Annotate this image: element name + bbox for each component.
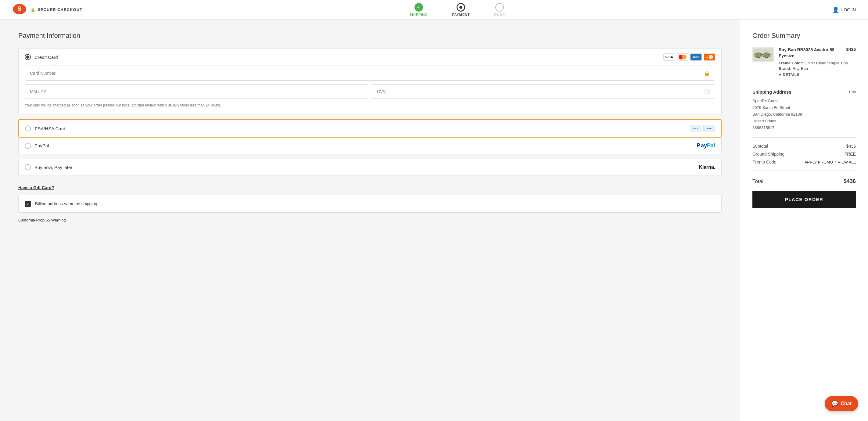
discover-icon: D bbox=[704, 53, 715, 61]
promo-links: APPLY PROMO / VIEW ALL bbox=[805, 160, 856, 164]
product-image bbox=[752, 47, 774, 62]
grand-total-row: Total $436 bbox=[752, 177, 856, 185]
credit-card-icons: VISA AMEX D bbox=[663, 53, 715, 61]
shipping-value: FREE bbox=[844, 152, 856, 156]
apply-promo-link[interactable]: APPLY PROMO bbox=[805, 160, 833, 164]
header: S 🔒 SECURE CHECKOUT ✓ SHIPPING PAYMENT D… bbox=[0, 0, 868, 20]
billing-checkbox-row[interactable]: Billing address same as shipping bbox=[18, 195, 722, 213]
secure-checkout-label: 🔒 SECURE CHECKOUT bbox=[31, 7, 82, 12]
chat-button[interactable]: 💬 Chat bbox=[825, 396, 858, 411]
chevron-down-icon: ∨ bbox=[779, 72, 782, 77]
promo-slash: / bbox=[835, 160, 836, 164]
credit-card-radio[interactable] bbox=[25, 54, 31, 60]
product-brand: Brand: Ray-Ban bbox=[779, 66, 856, 71]
main-container: Payment Information Credit Card VISA bbox=[0, 20, 868, 421]
expiry-input[interactable] bbox=[25, 84, 368, 99]
promo-row: Promo Code APPLY PROMO / VIEW ALL bbox=[752, 159, 856, 164]
view-all-link[interactable]: VIEW ALL bbox=[838, 160, 856, 164]
details-toggle-label: DETAILS bbox=[783, 72, 800, 77]
svg-text:D: D bbox=[706, 56, 708, 58]
fsa-icon: FSA bbox=[690, 125, 702, 132]
total-label: Total bbox=[752, 178, 764, 185]
payment-section-title: Payment Information bbox=[18, 32, 722, 40]
expiry-field[interactable] bbox=[30, 89, 363, 94]
step-payment-label: PAYMENT bbox=[452, 13, 470, 17]
step-shipping-circle: ✓ bbox=[414, 3, 423, 11]
paypal-label: PayPal bbox=[34, 143, 49, 148]
address-line-2: 5076 Santa Fe Street bbox=[752, 104, 856, 111]
visa-icon: VISA bbox=[663, 53, 675, 61]
amex-icon: AMEX bbox=[690, 53, 702, 61]
step-line-2 bbox=[470, 7, 494, 7]
subtotal-label: Subtotal bbox=[752, 144, 768, 149]
edit-address-link[interactable]: Edit bbox=[849, 90, 856, 94]
checkout-steps: ✓ SHIPPING PAYMENT DONE bbox=[410, 3, 505, 17]
card-number-field[interactable] bbox=[30, 71, 704, 76]
right-panel: Order Summary bbox=[740, 20, 868, 421]
left-panel: Payment Information Credit Card VISA bbox=[0, 20, 740, 421]
svg-point-10 bbox=[764, 53, 770, 57]
chat-label: Chat bbox=[841, 401, 851, 407]
order-totals: Subtotal $436 Ground Shipping FREE Promo… bbox=[752, 144, 856, 164]
klarna-option-row[interactable]: Buy now, Pay later Klarna. bbox=[19, 159, 721, 175]
svg-point-3 bbox=[682, 55, 686, 59]
step-shipping: ✓ SHIPPING bbox=[410, 3, 428, 17]
credit-card-option[interactable]: Credit Card VISA AMEX D bbox=[18, 48, 722, 114]
mastercard-icon bbox=[677, 53, 688, 61]
product-info: Ray-Ban RB3025 Aviator 58 Eyesize $436 F… bbox=[779, 47, 856, 77]
step-payment-circle bbox=[457, 3, 465, 11]
order-summary-title: Order Summary bbox=[752, 32, 856, 40]
credit-card-label: Credit Card bbox=[34, 55, 58, 60]
address-line-5: 8888315817 bbox=[752, 124, 856, 131]
paypal-left: PayPal bbox=[25, 143, 49, 149]
address-line-4: United States bbox=[752, 118, 856, 124]
credit-card-option-row[interactable]: Credit Card VISA AMEX D bbox=[19, 49, 721, 66]
address-line-1: SportRx Guest bbox=[752, 98, 856, 104]
order-item: Ray-Ban RB3025 Aviator 58 Eyesize $436 F… bbox=[752, 47, 856, 77]
fsa-hsa-label: FSA/HSA Card bbox=[35, 126, 65, 131]
billing-checkbox[interactable] bbox=[25, 201, 31, 207]
brand-label: Brand: bbox=[779, 66, 792, 71]
lock-icon: 🔒 bbox=[31, 7, 36, 12]
prop65-link[interactable]: California Prop 65 Warning bbox=[18, 218, 66, 222]
fsa-hsa-option-wrapper[interactable]: FSA/HSA Card FSA HSA bbox=[18, 119, 722, 138]
svg-text:S: S bbox=[18, 5, 21, 12]
klarna-left: Buy now, Pay later bbox=[25, 164, 72, 170]
credit-card-left: Credit Card bbox=[25, 54, 58, 60]
shipping-address-title: Shipping Address bbox=[752, 89, 792, 95]
frame-color-label: Frame Color: bbox=[779, 61, 803, 65]
gift-card-link[interactable]: Have a Gift Card? bbox=[18, 185, 54, 190]
cvv-help-icon[interactable]: ? bbox=[705, 89, 710, 94]
card-number-input[interactable]: 🔒 bbox=[25, 66, 715, 81]
logo[interactable]: S bbox=[12, 4, 27, 16]
card-notice-text: Your card will be charged as soon as you… bbox=[25, 102, 715, 108]
billing-label: Billing address same as shipping bbox=[35, 201, 97, 206]
fsa-hsa-radio[interactable] bbox=[25, 125, 31, 131]
secure-checkout-text: SECURE CHECKOUT bbox=[37, 7, 82, 12]
cvv-field[interactable] bbox=[377, 89, 705, 94]
klarna-option[interactable]: Buy now, Pay later Klarna. bbox=[18, 159, 722, 175]
product-price: $436 bbox=[846, 47, 856, 52]
step-done-label: DONE bbox=[494, 13, 505, 17]
paypal-option[interactable]: PayPal PayPal bbox=[18, 138, 722, 154]
details-toggle[interactable]: ∨ DETAILS bbox=[779, 72, 856, 77]
shipping-row: Ground Shipping FREE bbox=[752, 152, 856, 156]
fsa-hsa-option[interactable]: FSA/HSA Card FSA HSA bbox=[19, 120, 721, 137]
shipping-label: Ground Shipping bbox=[752, 152, 784, 156]
cvv-input[interactable]: ? bbox=[372, 84, 715, 99]
address-lines: SportRx Guest 5076 Santa Fe Street San D… bbox=[752, 98, 856, 131]
klarna-radio[interactable] bbox=[25, 164, 31, 170]
shipping-address-section: Shipping Address Edit SportRx Guest 5076… bbox=[752, 89, 856, 131]
glasses-image bbox=[753, 49, 773, 61]
fsa-hsa-option-row[interactable]: FSA/HSA Card FSA HSA bbox=[19, 120, 721, 137]
header-left: S 🔒 SECURE CHECKOUT bbox=[12, 4, 82, 16]
place-order-button[interactable]: PLACE ORDER bbox=[752, 191, 856, 208]
klarna-label: Buy now, Pay later bbox=[34, 165, 72, 170]
card-expiry-cvv-row: ? bbox=[25, 84, 715, 99]
paypal-option-row[interactable]: PayPal PayPal bbox=[19, 138, 721, 154]
login-button[interactable]: 👤 LOG IN bbox=[832, 6, 856, 13]
card-lock-icon: 🔒 bbox=[704, 70, 710, 76]
frame-color-value: Gold / Clear Temple Tips bbox=[805, 61, 848, 65]
total-value: $436 bbox=[844, 178, 856, 185]
paypal-radio[interactable] bbox=[25, 143, 31, 149]
